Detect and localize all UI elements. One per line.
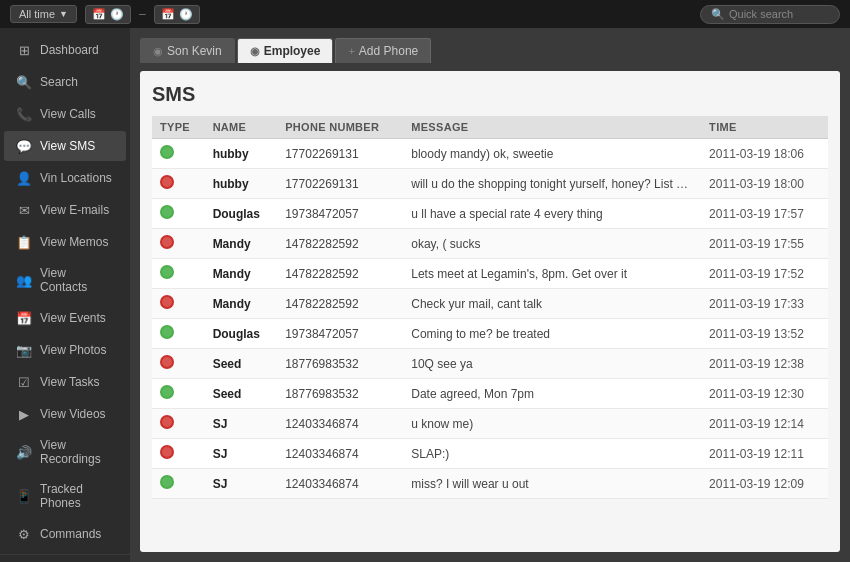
type-cell bbox=[152, 439, 205, 469]
type-cell bbox=[152, 229, 205, 259]
tab-prefix-son-kevin: ◉ bbox=[153, 45, 163, 58]
top-bar: All time ▼ 📅 🕐 – 📅 🕐 🔍 Quick search bbox=[0, 0, 850, 28]
sms-panel: SMS TYPENAMEPHONE NUMBERMESSAGETIME hubb… bbox=[140, 71, 840, 552]
sidebar-icon-view-emails: ✉ bbox=[16, 202, 32, 218]
sidebar-label-view-calls: View Calls bbox=[40, 107, 96, 121]
sidebar-label-view-sms: View SMS bbox=[40, 139, 95, 153]
time-cell: 2011-03-19 12:38 bbox=[701, 349, 828, 379]
sidebar-label-view-events: View Events bbox=[40, 311, 106, 325]
table-row[interactable]: SJ12403346874u know me)2011-03-19 12:14 bbox=[152, 409, 828, 439]
phone-cell: 14782282592 bbox=[277, 229, 403, 259]
message-cell: will u do the shopping tonight yurself, … bbox=[403, 169, 701, 199]
table-row[interactable]: Douglas19738472057u ll have a special ra… bbox=[152, 199, 828, 229]
tab-label-son-kevin: Son Kevin bbox=[167, 44, 222, 58]
sidebar-icon-view-photos: 📷 bbox=[16, 342, 32, 358]
sidebar-icon-view-memos: 📋 bbox=[16, 234, 32, 250]
phone-cell: 12403346874 bbox=[277, 439, 403, 469]
sms-table-wrap[interactable]: TYPENAMEPHONE NUMBERMESSAGETIME hubby177… bbox=[152, 116, 828, 540]
sidebar-icon-view-videos: ▶ bbox=[16, 406, 32, 422]
sidebar-icon-view-locations: 👤 bbox=[16, 170, 32, 186]
time-cell: 2011-03-19 13:52 bbox=[701, 319, 828, 349]
time-cell: 2011-03-19 12:09 bbox=[701, 469, 828, 499]
sidebar: ⊞ Dashboard 🔍 Search 📞 View Calls 💬 View… bbox=[0, 28, 130, 562]
table-row[interactable]: hubby17702269131will u do the shopping t… bbox=[152, 169, 828, 199]
name-cell: SJ bbox=[205, 439, 278, 469]
table-row[interactable]: SJ12403346874miss? I will wear u out2011… bbox=[152, 469, 828, 499]
sidebar-item-view-recordings[interactable]: 🔊 View Recordings bbox=[4, 431, 126, 473]
sidebar-item-dashboard[interactable]: ⊞ Dashboard bbox=[4, 35, 126, 65]
sidebar-icon-view-sms: 💬 bbox=[16, 138, 32, 154]
tab-son-kevin[interactable]: ◉Son Kevin bbox=[140, 38, 235, 63]
message-cell: miss? I will wear u out bbox=[403, 469, 701, 499]
sidebar-item-view-tasks[interactable]: ☑ View Tasks bbox=[4, 367, 126, 397]
col-message: MESSAGE bbox=[403, 116, 701, 139]
tab-prefix-add-phone: + bbox=[348, 45, 354, 57]
message-cell: Coming to me? be treated bbox=[403, 319, 701, 349]
table-row[interactable]: Douglas19738472057Coming to me? be treat… bbox=[152, 319, 828, 349]
table-row[interactable]: hubby17702269131bloody mandy) ok, sweeti… bbox=[152, 139, 828, 169]
time-cell: 2011-03-19 17:55 bbox=[701, 229, 828, 259]
search-placeholder: Quick search bbox=[729, 8, 793, 20]
sidebar-item-tracked-phones[interactable]: 📱 Tracked Phones bbox=[4, 475, 126, 517]
tab-employee[interactable]: ◉Employee bbox=[237, 38, 334, 63]
name-cell: hubby bbox=[205, 139, 278, 169]
phone-cell: 18776983532 bbox=[277, 349, 403, 379]
message-cell: Check yur mail, cant talk bbox=[403, 289, 701, 319]
phone-cell: 12403346874 bbox=[277, 469, 403, 499]
message-cell: okay, ( sucks bbox=[403, 229, 701, 259]
time-cell: 2011-03-19 18:00 bbox=[701, 169, 828, 199]
outgoing-icon bbox=[160, 295, 174, 309]
table-row[interactable]: Seed18776983532Date agreed, Mon 7pm2011-… bbox=[152, 379, 828, 409]
sms-table: TYPENAMEPHONE NUMBERMESSAGETIME hubby177… bbox=[152, 116, 828, 499]
table-row[interactable]: Seed1877698353210Q see ya2011-03-19 12:3… bbox=[152, 349, 828, 379]
sidebar-item-view-videos[interactable]: ▶ View Videos bbox=[4, 399, 126, 429]
message-cell: Lets meet at Legamin's, 8pm. Get over it bbox=[403, 259, 701, 289]
phone-cell: 18776983532 bbox=[277, 379, 403, 409]
table-row[interactable]: Mandy14782282592okay, ( sucks2011-03-19 … bbox=[152, 229, 828, 259]
phone-cell: 17702269131 bbox=[277, 139, 403, 169]
sidebar-item-view-emails[interactable]: ✉ View E-mails bbox=[4, 195, 126, 225]
search-box[interactable]: 🔍 Quick search bbox=[700, 5, 840, 24]
sidebar-label-view-locations: Vin Locations bbox=[40, 171, 112, 185]
sidebar-item-commands[interactable]: ⚙ Commands bbox=[4, 519, 126, 549]
sidebar-item-search[interactable]: 🔍 Search bbox=[4, 67, 126, 97]
col-type: TYPE bbox=[152, 116, 205, 139]
sidebar-icon-view-calls: 📞 bbox=[16, 106, 32, 122]
tab-add-phone[interactable]: +Add Phone bbox=[335, 38, 431, 63]
col-name: NAME bbox=[205, 116, 278, 139]
sidebar-label-commands: Commands bbox=[40, 527, 101, 541]
sidebar-item-view-locations[interactable]: 👤 Vin Locations bbox=[4, 163, 126, 193]
sidebar-item-view-contacts[interactable]: 👥 View Contacts bbox=[4, 259, 126, 301]
time-cell: 2011-03-19 18:06 bbox=[701, 139, 828, 169]
sidebar-icon-commands: ⚙ bbox=[16, 526, 32, 542]
phone-cell: 19738472057 bbox=[277, 199, 403, 229]
name-cell: Mandy bbox=[205, 259, 278, 289]
filter-arrow-icon: ▼ bbox=[59, 9, 68, 19]
incoming-icon bbox=[160, 385, 174, 399]
sidebar-item-view-events[interactable]: 📅 View Events bbox=[4, 303, 126, 333]
phone-cell: 14782282592 bbox=[277, 259, 403, 289]
name-cell: SJ bbox=[205, 409, 278, 439]
sidebar-label-view-videos: View Videos bbox=[40, 407, 106, 421]
outgoing-icon bbox=[160, 235, 174, 249]
time-filter[interactable]: All time ▼ bbox=[10, 5, 77, 23]
name-cell: SJ bbox=[205, 469, 278, 499]
table-row[interactable]: Mandy14782282592Check yur mail, cant tal… bbox=[152, 289, 828, 319]
tab-label-add-phone: Add Phone bbox=[359, 44, 418, 58]
sidebar-label-search: Search bbox=[40, 75, 78, 89]
time-cell: 2011-03-19 12:11 bbox=[701, 439, 828, 469]
date-to[interactable]: 📅 🕐 bbox=[154, 5, 200, 24]
table-row[interactable]: SJ12403346874SLAP:)2011-03-19 12:11 bbox=[152, 439, 828, 469]
sidebar-item-view-calls[interactable]: 📞 View Calls bbox=[4, 99, 126, 129]
name-cell: hubby bbox=[205, 169, 278, 199]
name-cell: Douglas bbox=[205, 319, 278, 349]
message-cell: Date agreed, Mon 7pm bbox=[403, 379, 701, 409]
phone-cell: 12403346874 bbox=[277, 409, 403, 439]
sidebar-item-view-memos[interactable]: 📋 View Memos bbox=[4, 227, 126, 257]
date-from[interactable]: 📅 🕐 bbox=[85, 5, 131, 24]
table-row[interactable]: Mandy14782282592Lets meet at Legamin's, … bbox=[152, 259, 828, 289]
outgoing-icon bbox=[160, 415, 174, 429]
sidebar-item-view-sms[interactable]: 💬 View SMS bbox=[4, 131, 126, 161]
sidebar-label-tracked-phones: Tracked Phones bbox=[40, 482, 114, 510]
sidebar-item-view-photos[interactable]: 📷 View Photos bbox=[4, 335, 126, 365]
